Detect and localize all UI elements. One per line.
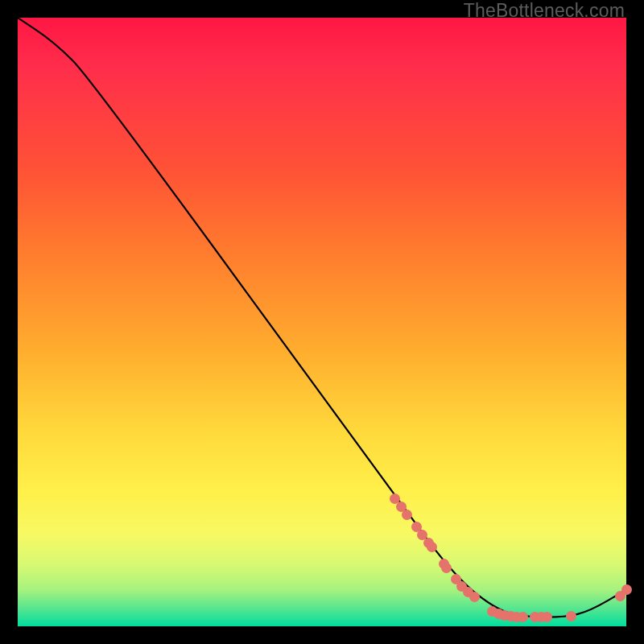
curve-svg (18, 18, 626, 626)
performance-curve (18, 18, 626, 617)
data-marker (427, 542, 437, 552)
data-marker (621, 584, 632, 595)
data-marker (469, 592, 480, 602)
